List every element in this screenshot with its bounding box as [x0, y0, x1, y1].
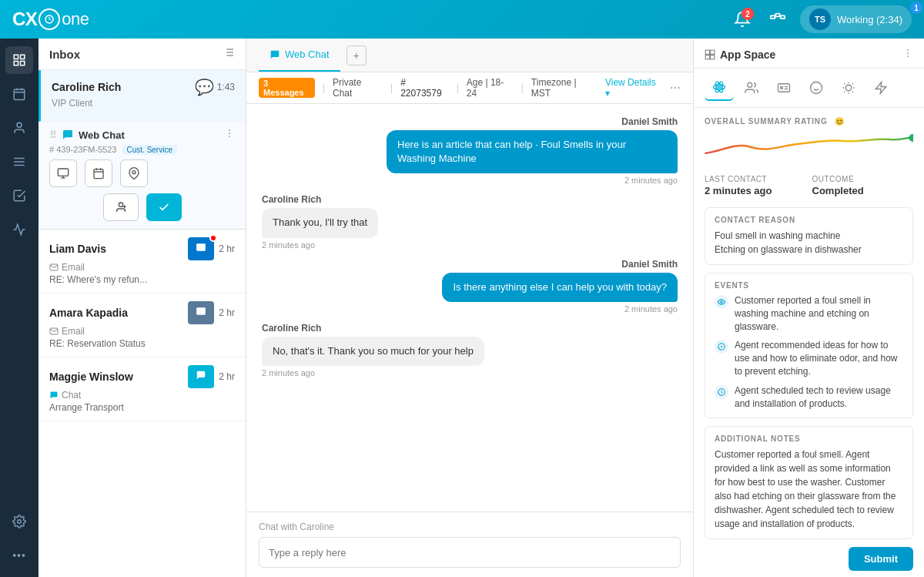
- chat-tag: Cust. Service: [122, 145, 177, 155]
- outcome-item: OUTCOME Completed: [812, 175, 914, 196]
- accept-button[interactable]: [146, 193, 182, 221]
- svg-point-25: [229, 129, 230, 131]
- app-tab-atom[interactable]: [705, 75, 734, 101]
- message-sender: Daniel Smith: [621, 259, 678, 270]
- svg-rect-8: [14, 62, 18, 65]
- bottom-action-buttons: [49, 193, 235, 221]
- message-bubble: No, that's it. Thank you so much for you…: [262, 337, 484, 366]
- chat-more-button[interactable]: [224, 128, 235, 142]
- sidebar-item-calendar[interactable]: [5, 80, 33, 108]
- sidebar-item-more[interactable]: •••: [5, 542, 33, 569]
- age-label: Age | 18-24: [467, 77, 514, 99]
- message-group-1: Daniel Smith Here is an article that can…: [262, 116, 678, 185]
- svg-rect-10: [14, 89, 25, 100]
- chat-id: # 439-23FM-5523 Cust. Service: [49, 145, 235, 155]
- chat-messages: Daniel Smith Here is an article that can…: [246, 104, 693, 512]
- svg-point-14: [17, 122, 22, 127]
- app-space: App Space: [693, 39, 924, 577]
- top-navigation: CX one 2 TS Working (2:34) 1: [0, 0, 924, 39]
- tab-web-chat[interactable]: Web Chat: [259, 39, 340, 72]
- app-tab-id-card[interactable]: [769, 75, 798, 101]
- svg-rect-2: [781, 15, 785, 18]
- message-sender: Caroline Rich: [262, 194, 321, 205]
- chat-main: Web Chat + 3 Messages | Private Chat | #…: [246, 39, 693, 577]
- svg-marker-59: [875, 82, 886, 94]
- contact-sub: Chat: [62, 390, 81, 401]
- svg-point-47: [714, 85, 725, 90]
- notification-badge: 2: [742, 8, 754, 20]
- chat-reply-input[interactable]: [259, 537, 681, 568]
- event-icon-1: [715, 295, 728, 309]
- active-chat-title: ⠿ Web Chat: [49, 129, 125, 141]
- additional-notes-section: ADDITIONAL NOTES Customer reported a fou…: [705, 426, 913, 539]
- app-tab-settings[interactable]: [834, 75, 863, 101]
- sidebar-item-analytics[interactable]: [5, 216, 33, 243]
- additional-notes-text: Customer reported a foul smell. Agent pr…: [715, 448, 903, 531]
- contact-name: Maggie Winslow: [49, 371, 133, 383]
- schedule-button[interactable]: [49, 159, 77, 187]
- info-more-button[interactable]: ⋯: [670, 82, 681, 94]
- app-tab-emoji[interactable]: [802, 75, 831, 101]
- avatar: TS: [809, 8, 831, 30]
- message-group-4: Caroline Rich No, that's it. Thank you s…: [262, 323, 678, 377]
- icon-sidebar: •••: [0, 39, 38, 577]
- sidebar-item-home[interactable]: [5, 46, 33, 74]
- submit-button[interactable]: Submit: [849, 547, 913, 571]
- sidebar-item-contacts[interactable]: [5, 114, 33, 142]
- sidebar-item-reports[interactable]: [5, 148, 33, 176]
- contact-name: Amara Kapadia: [49, 307, 128, 319]
- chat-tabs: Web Chat +: [246, 39, 693, 72]
- svg-rect-9: [21, 62, 25, 65]
- message-time: 2 minutes ago: [262, 368, 315, 377]
- message-bubble: Here is an article that can help · Foul …: [387, 130, 678, 173]
- svg-point-44: [907, 52, 909, 54]
- connections-button[interactable]: [765, 6, 791, 32]
- location-button[interactable]: [120, 159, 148, 187]
- app-space-header: App Space: [694, 39, 924, 69]
- add-tab-button[interactable]: +: [346, 45, 367, 65]
- view-details-button[interactable]: View Details ▾: [605, 77, 662, 99]
- message-bubble: Thank you, I'll try that: [262, 208, 378, 237]
- contact-item-liam[interactable]: Liam Davis 2 hr Email RE: Where's my ref…: [38, 230, 246, 294]
- svg-rect-1: [771, 15, 775, 18]
- events-section: EVENTS Customer reported a foul smell in…: [705, 273, 913, 418]
- contact-item-maggie[interactable]: Maggie Winslow 2 hr Chat Arrange Transpo…: [38, 357, 246, 421]
- logo-circle: [38, 8, 60, 30]
- contact-vip: VIP Client: [52, 98, 235, 109]
- chat-info-bar: 3 Messages | Private Chat | # 22073579 |…: [246, 72, 693, 104]
- message-bubble: Is there anything else I can help you wi…: [442, 273, 678, 302]
- svg-rect-40: [711, 50, 715, 54]
- contact-item-caroline[interactable]: Caroline Rich 💬 1:43 VIP Client: [38, 70, 246, 122]
- inbox-menu-button[interactable]: [223, 46, 235, 62]
- sidebar-item-settings[interactable]: [5, 508, 33, 535]
- contact-item-amara[interactable]: Amara Kapadia 2 hr Email RE: Reservation…: [38, 294, 246, 357]
- contact-reason-text-2: Etching on glassware in dishwasher: [715, 243, 903, 257]
- assign-button[interactable]: [103, 193, 139, 221]
- svg-rect-31: [94, 169, 103, 179]
- svg-rect-51: [778, 84, 790, 92]
- agent-badge: 1: [910, 2, 922, 14]
- app-logo: CX one: [12, 8, 89, 30]
- contact-reason-section: CONTACT REASON Foul smell in washing mac…: [705, 207, 913, 265]
- inbox-header: Inbox: [38, 39, 246, 70]
- event-icon-3: [715, 385, 728, 399]
- app-space-tab-bar: [694, 69, 924, 108]
- notifications-button[interactable]: 2: [729, 6, 755, 32]
- calendar-button[interactable]: [85, 159, 112, 187]
- summary-rating-label: OVERALL SUMMARY RATING 😊: [705, 117, 913, 126]
- contact-time: 1:43: [217, 82, 235, 92]
- timezone-label: Timezone | MST: [531, 77, 598, 99]
- app-space-more-button[interactable]: [902, 48, 913, 62]
- logo-one: one: [62, 9, 89, 29]
- app-space-content: OVERALL SUMMARY RATING 😊: [694, 108, 924, 577]
- private-chat-label: Private Chat: [333, 77, 383, 99]
- agent-status-button[interactable]: TS Working (2:34) 1: [800, 5, 912, 33]
- event-item-3: Agent scheduled tech to review usage and…: [715, 384, 903, 411]
- message-group-2: Caroline Rich Thank you, I'll try that 2…: [262, 194, 678, 249]
- sidebar-item-list[interactable]: [5, 182, 33, 210]
- additional-notes-title: ADDITIONAL NOTES: [715, 434, 903, 443]
- app-tab-lightning[interactable]: [866, 75, 896, 101]
- events-title: EVENTS: [715, 281, 903, 290]
- svg-point-18: [18, 520, 22, 524]
- app-tab-people[interactable]: [737, 75, 766, 101]
